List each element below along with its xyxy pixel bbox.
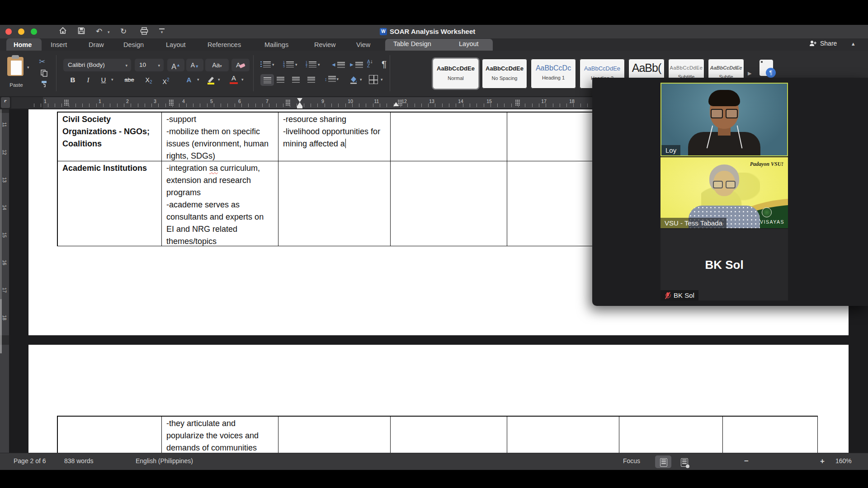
- copy-icon[interactable]: [41, 70, 47, 77]
- print-layout-icon[interactable]: [660, 458, 667, 467]
- home-icon[interactable]: [59, 27, 67, 35]
- line-spacing-dropdown-icon[interactable]: ▾: [337, 77, 339, 81]
- cut-icon[interactable]: ✂: [39, 57, 45, 66]
- numbering-dropdown-icon[interactable]: ▾: [295, 62, 297, 67]
- increase-indent-button[interactable]: ►: [349, 61, 363, 68]
- tab-mailings[interactable]: Mailings: [264, 40, 288, 50]
- font-color-button[interactable]: A: [228, 74, 240, 84]
- table-cell[interactable]: [391, 417, 507, 454]
- line-spacing-button[interactable]: ↕▾: [325, 76, 339, 82]
- borders-dropdown-icon[interactable]: ▾: [381, 77, 383, 82]
- video-call-panel[interactable]: Loy Padayon VSU! VISAYAS VSU - Tess Taba…: [592, 78, 868, 306]
- undo-dropdown-icon[interactable]: ▾: [108, 30, 110, 34]
- paste-dropdown-icon[interactable]: ▾: [27, 65, 29, 70]
- bullets-dropdown-icon[interactable]: ▾: [272, 62, 274, 67]
- table-column-marker[interactable]: [169, 99, 174, 106]
- tab-view[interactable]: View: [356, 40, 370, 50]
- underline-button[interactable]: U: [97, 74, 110, 86]
- bold-button[interactable]: B: [66, 74, 80, 86]
- align-right-button[interactable]: [292, 77, 300, 83]
- style-heading-1[interactable]: AaBbCcDc Heading 1: [531, 59, 576, 89]
- text-effects-dropdown-icon[interactable]: ▾: [197, 77, 199, 82]
- page-indicator[interactable]: Page 2 of 6: [14, 457, 46, 465]
- font-name-select[interactable]: Calibri (Body)▾: [63, 59, 131, 71]
- bullets-button[interactable]: ▾: [260, 61, 274, 67]
- decrease-indent-button[interactable]: ◄: [331, 61, 345, 68]
- close-window-button[interactable]: [5, 28, 12, 35]
- style-no-spacing[interactable]: AaBbCcDdEe No Spacing: [482, 59, 527, 89]
- paragraph-marks-button[interactable]: ¶: [382, 59, 387, 70]
- align-justify-button[interactable]: [307, 77, 315, 83]
- text-effects-button[interactable]: A: [182, 74, 196, 86]
- redo-icon[interactable]: ↻: [120, 27, 127, 36]
- tab-design[interactable]: Design: [123, 40, 144, 50]
- multilevel-list-button[interactable]: 1a1▾: [306, 61, 320, 68]
- table-cell[interactable]: [58, 417, 162, 454]
- table-cell[interactable]: [391, 161, 507, 246]
- shading-dropdown-icon[interactable]: ▾: [360, 77, 362, 82]
- zoom-percentage[interactable]: 160%: [835, 457, 852, 465]
- sort-button[interactable]: A↓Z: [367, 60, 373, 68]
- undo-icon[interactable]: ↶: [96, 27, 102, 36]
- tab-home[interactable]: Home: [14, 40, 32, 50]
- document-page-3[interactable]: -they articulate and popularize the voic…: [28, 345, 849, 453]
- numbering-button[interactable]: 123▾: [283, 61, 297, 68]
- grow-font-button[interactable]: A▲: [167, 59, 184, 71]
- minimize-window-button[interactable]: [18, 28, 24, 35]
- video-tile-bksol[interactable]: BK Sol BK Sol: [660, 229, 788, 300]
- table-column-marker[interactable]: [64, 99, 69, 106]
- print-icon[interactable]: [140, 27, 148, 35]
- highlight-dropdown-icon[interactable]: ▾: [218, 77, 220, 82]
- hanging-indent-marker[interactable]: [297, 102, 302, 106]
- tab-draw[interactable]: Draw: [89, 40, 104, 50]
- table-cell[interactable]: -support -mobilize them on specific issu…: [162, 113, 278, 161]
- soar-table-continued[interactable]: -they articulate and popularize the voic…: [57, 416, 818, 454]
- quick-access-more-icon[interactable]: ▾: [159, 28, 165, 34]
- first-line-indent-marker[interactable]: [297, 98, 302, 102]
- video-tile-loy[interactable]: Loy: [660, 83, 788, 156]
- clear-formatting-button[interactable]: A: [231, 59, 250, 71]
- zoom-in-button[interactable]: +: [820, 457, 825, 466]
- tab-table-design[interactable]: Table Design: [393, 40, 431, 47]
- superscript-button[interactable]: X2: [158, 74, 174, 86]
- word-count[interactable]: 838 words: [64, 457, 94, 465]
- table-cell[interactable]: [391, 113, 507, 161]
- focus-mode-label[interactable]: Focus: [623, 457, 640, 465]
- right-indent-marker[interactable]: [393, 102, 399, 106]
- underline-dropdown-icon[interactable]: ▾: [111, 77, 113, 82]
- tab-layout[interactable]: Layout: [166, 40, 186, 50]
- font-color-dropdown-icon[interactable]: ▾: [241, 77, 244, 82]
- align-center-button[interactable]: [277, 77, 284, 83]
- table-cell[interactable]: [619, 417, 723, 454]
- video-tile-tess[interactable]: Padayon VSU! VISAYAS VSU - Tess Tabada: [660, 157, 788, 228]
- paste-button[interactable]: [7, 57, 24, 76]
- save-icon[interactable]: [78, 27, 85, 34]
- tab-review[interactable]: Review: [314, 40, 336, 50]
- table-column-marker[interactable]: [515, 99, 520, 106]
- left-indent-marker[interactable]: [297, 106, 302, 108]
- align-left-button[interactable]: [260, 74, 274, 86]
- table-cell[interactable]: Academic Institutions: [58, 161, 162, 246]
- table-cell[interactable]: [723, 417, 818, 454]
- tab-layout-contextual[interactable]: Layout: [459, 40, 479, 47]
- highlight-button[interactable]: [206, 75, 216, 85]
- collapse-ribbon-icon[interactable]: ▴: [852, 40, 855, 47]
- styles-pane-button[interactable]: ¶: [760, 60, 773, 76]
- zoom-window-button[interactable]: [31, 28, 37, 35]
- table-cell[interactable]: Civil Society Organizations - NGOs; Coal…: [58, 113, 162, 161]
- table-cell[interactable]: [278, 161, 391, 246]
- tab-selector-button[interactable]: ⌜: [1, 97, 10, 108]
- table-cell[interactable]: -resource sharing -livelihood opportunit…: [278, 113, 391, 161]
- table-cell[interactable]: [507, 417, 619, 454]
- table-cell[interactable]: -they articulate and popularize the voic…: [162, 417, 278, 454]
- borders-button[interactable]: [369, 75, 378, 84]
- italic-button[interactable]: I: [81, 74, 95, 86]
- change-case-button[interactable]: Aa▾: [205, 59, 229, 71]
- web-layout-icon[interactable]: [681, 458, 688, 467]
- style-normal[interactable]: AaBbCcDdEe Normal: [433, 59, 478, 89]
- format-painter-icon[interactable]: [41, 80, 48, 88]
- table-cell[interactable]: -integration sa curriculum, extension an…: [162, 161, 278, 246]
- more-styles-icon[interactable]: ▶: [748, 70, 751, 76]
- share-button[interactable]: Share: [809, 40, 837, 47]
- language-indicator[interactable]: English (Philippines): [136, 457, 193, 465]
